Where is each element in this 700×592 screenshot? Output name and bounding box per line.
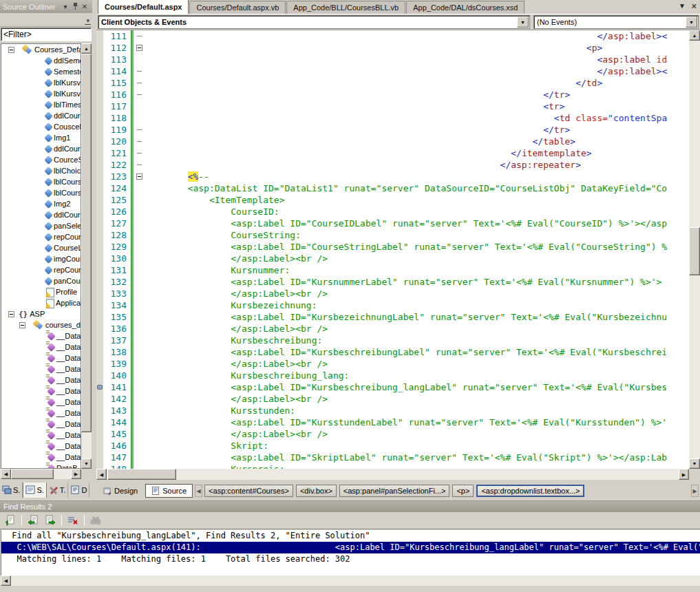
tree-item[interactable]: ddlCourseM [1, 110, 81, 121]
breadcrumb-item[interactable]: <p> [452, 485, 474, 497]
tree-item[interactable]: repCourseR [1, 264, 81, 275]
events-dropdown[interactable]: (No Events) ▼ [533, 15, 699, 29]
scroll-left-icon[interactable]: ◀ [1, 469, 11, 479]
goto-location-icon[interactable] [3, 514, 18, 527]
tree-item[interactable]: __DataB [1, 341, 81, 352]
code-line[interactable]: 122 </asp:repeater> [96, 159, 689, 171]
code-line[interactable]: 144 <asp:Label ID="KursstundenLabel" run… [96, 416, 689, 428]
find-result-row[interactable]: Find all "Kursbeschreibung_langLabel", F… [1, 530, 700, 542]
tree-item[interactable]: CourseListC [1, 242, 81, 253]
next-location-icon[interactable] [43, 514, 58, 527]
code-line[interactable]: 120 </table> [96, 136, 689, 147]
tree-item[interactable]: __DataB [1, 397, 81, 408]
toolbar-overflow-icon[interactable]: ▾ [85, 17, 91, 25]
scroll-up-icon[interactable]: ▲ [81, 43, 92, 54]
find-results-titlebar[interactable]: Find Results 2 [0, 501, 700, 512]
scroll-left-icon[interactable]: ◀ [96, 469, 107, 480]
tree-item[interactable]: SemesterOb [1, 66, 81, 77]
code-line[interactable]: 143 Kursstunden: [96, 405, 689, 416]
code-line[interactable]: 140 Kursbeschreibung_lang: [96, 370, 689, 381]
scroll-down-icon[interactable]: ▼ [81, 458, 92, 469]
tree-item[interactable]: __DataB [1, 430, 81, 441]
code-line[interactable]: 119 </tr> [96, 124, 689, 136]
tree-item[interactable]: panCourseR [1, 275, 81, 286]
breadcrumb-item[interactable]: <asp:panel#panSelectionFi...> [339, 485, 450, 497]
tree-item[interactable]: DataB [1, 463, 81, 469]
code-line[interactable]: 137 Kursbeschreibung: [96, 335, 689, 346]
tool-window-tab[interactable]: D [68, 483, 89, 498]
code-line[interactable]: 131 Kursnummer: [96, 264, 689, 276]
tool-window-tab[interactable]: T. [47, 483, 69, 498]
tree-expander-icon[interactable] [8, 311, 14, 317]
design-view-button[interactable]: Design [98, 484, 143, 498]
code-line[interactable]: 121 </itemtemplate> [96, 147, 689, 159]
tree-item[interactable]: {}ASP [1, 308, 81, 319]
document-tab[interactable]: Courses/Default.aspx [98, 0, 189, 14]
code-line[interactable]: 130 </asp:Label><br /> [96, 253, 689, 264]
code-line[interactable]: 147 <asp:Label ID="SkriptLabel" runat="s… [96, 452, 689, 463]
code-line[interactable]: 146 Skript: [96, 440, 689, 452]
chevron-down-icon[interactable]: ▾ [61, 2, 70, 11]
code-line[interactable]: 136 </asp:Label><br /> [96, 323, 689, 335]
code-line[interactable]: 127 <asp:Label ID="CourseIDLabel" runat=… [96, 218, 689, 229]
close-icon[interactable]: ✕ [80, 2, 89, 11]
tree-item[interactable]: __DataB [1, 385, 81, 397]
breadcrumb-item[interactable]: <asp:content#Courses> [204, 485, 293, 497]
tree-item[interactable]: lblChoice [1, 165, 81, 176]
tree-item[interactable]: ddlCourseO [1, 209, 81, 220]
tree-item[interactable]: __DataB [1, 374, 81, 385]
code-text[interactable]: 111 </asp:label><112 <p>113 [96, 30, 689, 469]
breadcrumb-right-icon[interactable]: ▶ [691, 485, 699, 497]
breadcrumb-item[interactable]: <div.box> [296, 485, 337, 497]
filter-input[interactable] [1, 28, 92, 41]
document-tab[interactable]: App_Code/BLL/CoursesBLL.vb [286, 1, 405, 14]
tree-item[interactable]: lblTimespan [1, 99, 81, 110]
code-line[interactable]: 139 </asp:Label><br /> [96, 358, 689, 370]
clear-results-icon[interactable] [65, 514, 81, 527]
collapse-region-icon[interactable] [136, 45, 142, 51]
tree-item[interactable]: ddlSemester [1, 55, 81, 66]
tree-item[interactable]: CourceSubC [1, 154, 81, 165]
class-dropdown[interactable]: Client Objects & Events ▼ [98, 15, 530, 29]
document-tab[interactable]: Courses/Default.aspx.vb [189, 1, 286, 14]
code-line[interactable]: 115 </td> [96, 77, 689, 89]
code-line[interactable]: 126 CourseID: [96, 206, 689, 218]
source-outliner-titlebar[interactable]: Source Outliner ▾ ✕ [0, 0, 92, 13]
tree-item[interactable]: Img2 [1, 198, 81, 209]
collapse-region-icon[interactable] [136, 173, 142, 180]
code-line[interactable]: 114 </asp:label>< [96, 65, 689, 77]
code-line[interactable]: 141 <asp:Label ID="Kursbeschreibung_lang… [96, 381, 689, 393]
code-line[interactable]: 135 <asp:Label ID="KursbezeichnungLabel"… [96, 311, 689, 323]
tool-window-tab[interactable]: S. [0, 483, 23, 498]
tree-item[interactable]: Img1 [1, 132, 81, 143]
tool-window-tab[interactable]: S. [23, 482, 46, 498]
outline-tree[interactable]: Courses_DefaulddlSemesterSemesterOblblKu… [1, 43, 81, 469]
code-line[interactable]: 134 Kursbezeichnung: [96, 299, 689, 311]
find-result-row[interactable]: Matching lines: 1 Matching files: 1 Tota… [1, 553, 700, 565]
code-line[interactable]: 148 Kurspreis: [96, 463, 689, 469]
tree-item[interactable]: __DataB [1, 441, 81, 452]
code-line[interactable]: 112 <p> [96, 42, 689, 54]
code-line[interactable]: 116 </tr> [96, 89, 689, 101]
chevron-down-icon[interactable]: ▼ [686, 17, 697, 28]
tree-item[interactable]: lblKursverze [1, 88, 81, 99]
code-line[interactable]: 138 <asp:Label ID="KursbeschreibungLabel… [96, 346, 689, 358]
code-line[interactable]: 128 CourseString: [96, 229, 689, 241]
previous-location-icon[interactable] [25, 514, 41, 527]
tree-item[interactable]: lblCourseCo [1, 176, 81, 187]
tree-item[interactable]: panSelection [1, 220, 81, 231]
code-line[interactable]: 113 <asp:label id [96, 54, 689, 65]
scroll-up-icon[interactable]: ▲ [689, 30, 700, 41]
tree-item[interactable]: __DataB [1, 352, 81, 363]
code-line[interactable]: 123 <%-- [96, 171, 689, 182]
scroll-left-icon[interactable]: ◀ [1, 575, 11, 586]
tree-item[interactable]: lblKursverze [1, 77, 81, 88]
scroll-down-icon[interactable]: ▼ [689, 458, 700, 469]
find-results-hscrollbar[interactable]: ◀ [1, 575, 700, 586]
code-line[interactable]: 132 <asp:Label ID="KursnummerLabel" runa… [96, 276, 689, 288]
code-line[interactable]: 145 </asp:Label><br /> [96, 428, 689, 440]
tree-item[interactable]: ApplicationI [1, 297, 81, 308]
code-line[interactable]: 133 </asp:Label><br /> [96, 288, 689, 299]
source-view-button[interactable]: Source [145, 484, 193, 498]
close-document-icon[interactable]: ✕ [691, 2, 697, 11]
